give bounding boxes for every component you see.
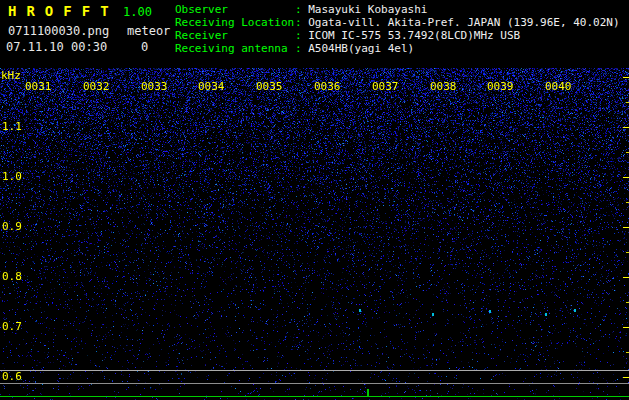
info-label-observer: Observer	[175, 3, 295, 16]
info-separator: :	[295, 3, 308, 16]
timestamp: 07.11.10 00:30	[6, 40, 107, 54]
x-axis-label: 0036	[314, 80, 341, 93]
x-axis-label: 0039	[487, 80, 514, 93]
x-axis-label: 0035	[256, 80, 283, 93]
y-axis-tick	[623, 177, 629, 178]
station-info-row: Receiving antenna: A504HB(yagi 4el)	[175, 42, 620, 55]
hrofft-window: HROFFT 1.00 0711100030.png meteor 07.11.…	[0, 0, 629, 400]
station-info-row: Receiving Location: Ogata-vill. Akita-Pr…	[175, 16, 620, 29]
app-version: 1.00	[123, 5, 152, 19]
info-value-location: Ogata-vill. Akita-Pref. JAPAN (139.96E, …	[308, 16, 619, 29]
info-label-location: Receiving Location	[175, 16, 295, 29]
y-axis-tick	[623, 77, 629, 78]
spectrogram-area: kHz 0031 0032 0033 0034 0035 0036 0037 0…	[0, 68, 629, 400]
x-axis-label: 0031	[25, 80, 52, 93]
y-axis-tick	[623, 227, 629, 228]
info-label-receiver: Receiver	[175, 29, 295, 42]
mode-label: meteor	[127, 24, 170, 38]
info-separator: :	[295, 16, 308, 29]
y-axis-tick	[623, 277, 629, 278]
x-axis-label: 0032	[83, 80, 110, 93]
level-reference-line-upper	[0, 370, 629, 371]
info-separator: :	[295, 29, 308, 42]
info-label-antenna: Receiving antenna	[175, 42, 295, 55]
y-axis-label: 0.6	[2, 370, 22, 383]
x-axis-label: 0037	[372, 80, 399, 93]
y-axis-tick	[623, 327, 629, 328]
info-value-observer: Masayuki Kobayashi	[308, 3, 427, 16]
y-axis-label: 0.9	[2, 220, 22, 233]
app-title: HROFFT	[8, 3, 119, 19]
signal-level-trace	[0, 396, 629, 397]
y-axis-tick	[623, 127, 629, 128]
y-axis-unit: kHz	[1, 69, 21, 82]
y-axis-label: 0.8	[2, 270, 22, 283]
level-reference-line-lower	[0, 383, 629, 384]
meteor-count: 0	[141, 40, 148, 54]
y-axis-label: 0.7	[2, 320, 22, 333]
info-separator: :	[295, 42, 308, 55]
station-info: Observer: Masayuki Kobayashi Receiving L…	[175, 3, 620, 55]
y-axis-tick	[623, 377, 629, 378]
info-value-receiver: ICOM IC-575 53.7492(8LCD)MHz USB	[308, 29, 520, 42]
output-filename: 0711100030.png	[8, 24, 109, 38]
info-value-antenna: A504HB(yagi 4el)	[308, 42, 414, 55]
y-axis-label: 1.0	[2, 170, 22, 183]
signal-level-blip	[367, 389, 369, 396]
station-info-row: Receiver: ICOM IC-575 53.7492(8LCD)MHz U…	[175, 29, 620, 42]
spectrogram-canvas	[0, 68, 629, 400]
x-axis-label: 0033	[141, 80, 168, 93]
x-axis-label: 0038	[430, 80, 457, 93]
y-axis-label: 1.1	[2, 120, 22, 133]
x-axis-label: 0034	[198, 80, 225, 93]
station-info-row: Observer: Masayuki Kobayashi	[175, 3, 620, 16]
x-axis-label: 0040	[545, 80, 572, 93]
